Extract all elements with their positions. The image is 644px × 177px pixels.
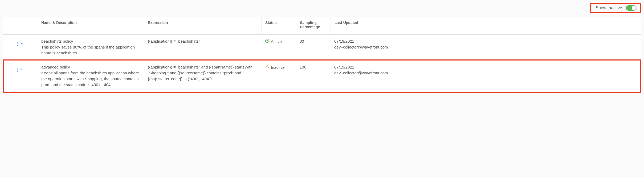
col-header-controls: [3, 17, 38, 35]
kebab-menu-icon[interactable]: [17, 42, 18, 46]
chevron-down-icon[interactable]: ﹀: [20, 67, 24, 72]
name-cell: advanced policyKeeps all spans from the …: [38, 61, 144, 92]
show-inactive-toggle[interactable]: [626, 5, 637, 11]
svg-point-2: [267, 67, 267, 68]
show-inactive-label: Show Inactive: [596, 6, 622, 10]
row-controls: ﹀: [3, 35, 38, 61]
updated-date: 07/19/2021: [334, 64, 637, 70]
status-wrapper: Inactive: [265, 64, 292, 70]
row-controls-inner: ﹀: [17, 67, 24, 72]
sampling-cell: 100: [296, 61, 331, 92]
updated-date: 07/19/2021: [334, 38, 637, 44]
table-row: ﹀advanced policyKeeps all spans from the…: [3, 61, 641, 92]
col-header-expression: Expression: [144, 17, 261, 35]
table-row: ﹀beachshirts policyThis policy saves 80%…: [3, 35, 641, 61]
toggle-knob-icon: [632, 6, 636, 10]
policy-table: Name & Description Expression Status Sam…: [3, 17, 641, 92]
col-header-sampling: Sampling Percentage: [296, 17, 331, 35]
policy-description: Keeps all spans from the beachshirts app…: [41, 70, 140, 87]
table-header-row: Name & Description Expression Status Sam…: [3, 17, 641, 35]
status-cell: Active: [261, 35, 296, 61]
status-cell: Inactive: [261, 61, 296, 92]
status-text: Active: [271, 39, 282, 45]
expression-cell: {{application}} = "beachshirts": [144, 35, 261, 61]
row-controls-inner: ﹀: [17, 41, 24, 46]
updated-by: dev+collector@wavefront.com: [334, 44, 637, 50]
col-header-updated: Last Updated: [331, 17, 641, 35]
row-controls: ﹀: [3, 61, 38, 92]
updated-by: dev+collector@wavefront.com: [334, 70, 637, 76]
expression-cell: {{application}} = "beachshirts" and {{sp…: [144, 61, 261, 92]
policy-description: This policy saves 80%. of the spans if t…: [41, 44, 140, 56]
name-cell: beachshirts policyThis policy saves 80%.…: [38, 35, 144, 61]
policy-name: advanced policy: [41, 64, 140, 70]
inactive-warning-icon: [265, 64, 269, 70]
toolbar: Show Inactive: [3, 3, 641, 13]
show-inactive-control: Show Inactive: [590, 3, 641, 13]
status-text: Inactive: [271, 65, 285, 70]
chevron-down-icon[interactable]: ﹀: [20, 41, 24, 46]
active-check-icon: [265, 38, 269, 45]
updated-cell: 07/19/2021dev+collector@wavefront.com: [331, 61, 641, 92]
sampling-cell: 80: [296, 35, 331, 61]
kebab-menu-icon[interactable]: [17, 68, 18, 72]
col-header-status: Status: [261, 17, 296, 35]
status-wrapper: Active: [265, 38, 292, 45]
policy-name: beachshirts policy: [41, 38, 140, 44]
updated-cell: 07/19/2021dev+collector@wavefront.com: [331, 35, 641, 61]
policy-table-wrapper: Name & Description Expression Status Sam…: [3, 17, 641, 92]
col-header-name: Name & Description: [38, 17, 144, 35]
